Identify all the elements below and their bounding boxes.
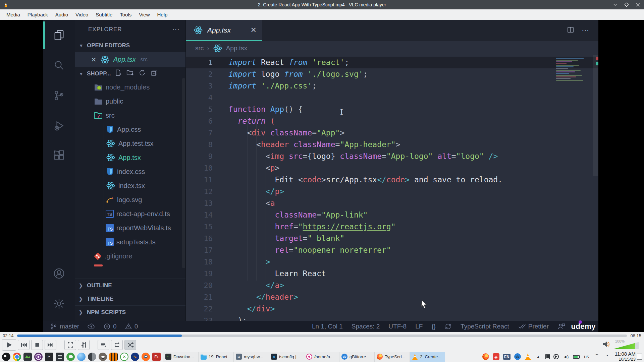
minimap[interactable] — [556, 58, 586, 80]
section-npm-scripts[interactable]: ❯NPM SCRIPTS — [75, 305, 185, 319]
launcher-blue-app-icon[interactable] — [77, 353, 86, 361]
launcher-cat-app-icon[interactable] — [109, 353, 118, 361]
tray-wifi-icon[interactable]: ⌒ — [594, 353, 600, 360]
status--[interactable]: {} — [431, 323, 436, 330]
menu-view[interactable]: View — [135, 10, 153, 19]
launcher-x-app-icon[interactable] — [120, 353, 128, 361]
menu-audio[interactable]: Audio — [52, 10, 72, 19]
tree-item-public[interactable]: public — [75, 94, 185, 108]
menu-help[interactable]: Help — [154, 10, 171, 19]
tray-firefox-icon[interactable] — [482, 353, 489, 360]
new-file-icon[interactable] — [114, 69, 122, 78]
menu-media[interactable]: Media — [3, 10, 24, 19]
tree-item--gitignore[interactable]: .gitignore — [75, 249, 185, 263]
previous-button[interactable] — [18, 340, 30, 350]
launcher-green-app-icon[interactable] — [66, 353, 75, 361]
task-mysql-w-[interactable]: mysql-w... — [234, 352, 269, 362]
close-icon[interactable]: ✕ — [91, 56, 97, 64]
tree-item-app-css[interactable]: App.css — [75, 122, 185, 136]
volume-slider[interactable] — [613, 342, 639, 349]
open-editors-section[interactable]: ▼ OPEN EDITORS — [75, 39, 185, 52]
launcher-opensuse-icon[interactable] — [2, 353, 10, 361]
section-outline[interactable]: ❯OUTLINE — [75, 279, 185, 292]
fullscreen-button[interactable] — [64, 340, 76, 350]
seek-bar[interactable] — [17, 335, 627, 337]
stop-button[interactable] — [31, 340, 43, 350]
tray-keyboard-layout-en[interactable]: EN — [503, 354, 511, 360]
tray-qbittorrent-icon[interactable] — [514, 353, 521, 360]
project-section-header[interactable]: ▼ SHOPP... — [75, 67, 185, 80]
status-lf[interactable]: LF — [415, 323, 423, 330]
activitybar-settings[interactable] — [43, 289, 75, 319]
tray-cone-outline-icon[interactable]: ▲ — [535, 353, 542, 360]
tree-item-setuptests-ts[interactable]: TSsetupTests.ts — [75, 235, 185, 249]
status-spaces-2[interactable]: Spaces: 2 — [352, 323, 380, 330]
status-sync[interactable] — [444, 323, 452, 330]
tree-item-react-app-env-d-ts[interactable]: TSreact-app-env.d.ts — [75, 207, 185, 221]
launcher-blender-icon[interactable] — [142, 353, 150, 361]
status-0[interactable]: 0 — [125, 323, 138, 330]
tab-app-tsx[interactable]: App.tsx ✕ — [186, 20, 262, 41]
task-downloa-[interactable]: Downloa... — [163, 352, 199, 362]
open-editor-item[interactable]: ✕ App.tsx src — [75, 52, 185, 67]
refresh-icon[interactable] — [139, 69, 146, 78]
video-frame[interactable]: EXPLORER ⋯ ▼ OPEN EDITORS ✕ App.tsx src … — [0, 20, 644, 332]
tray-vlc-icon[interactable] — [525, 353, 531, 360]
show-desktop-button[interactable] — [637, 354, 642, 360]
launcher-gimp-icon[interactable] — [99, 353, 107, 361]
status-master[interactable]: master — [50, 323, 79, 330]
task-19-react-[interactable]: 19. React... — [199, 352, 234, 362]
code-editor[interactable]: 1import React from 'react';2import logo … — [186, 55, 598, 321]
activitybar-account[interactable] — [43, 258, 75, 289]
tray-battery-icon[interactable] — [573, 355, 580, 359]
split-editor-icon[interactable] — [567, 26, 574, 35]
tab-close-icon[interactable]: ✕ — [251, 26, 257, 35]
launcher-screenshot-tool-icon[interactable] — [45, 353, 53, 361]
activitybar-explorer[interactable] — [43, 20, 75, 50]
tray-volume-icon[interactable]: ◄) — [562, 353, 569, 360]
tree-item-index-tsx[interactable]: index.tsx — [75, 179, 185, 193]
task-qbittorre-[interactable]: qBittorre... — [339, 352, 375, 362]
tree-item-node-modules[interactable]: node_modules — [75, 80, 185, 94]
tree-item-app-tsx[interactable]: App.tsx — [75, 150, 185, 165]
minimize-button[interactable] — [612, 2, 618, 7]
adjustments-button[interactable] — [78, 340, 90, 350]
shuffle-button[interactable] — [124, 340, 136, 350]
tray-keyboard-layout-us[interactable]: us — [583, 353, 590, 360]
loop-button[interactable] — [111, 340, 123, 350]
section-timeline[interactable]: ❯TIMELINE — [75, 292, 185, 305]
tree-item-reportwebvitals-ts[interactable]: TSreportWebVitals.ts — [75, 221, 185, 235]
tree-item-logo-svg[interactable]: logo.svg — [75, 193, 185, 207]
close-button[interactable] — [635, 2, 641, 7]
launcher-audacity-icon[interactable] — [131, 353, 139, 361]
status-ln-1-col-1[interactable]: Ln 1, Col 1 — [312, 323, 343, 330]
activitybar-extensions[interactable] — [43, 141, 75, 171]
activitybar-source-control[interactable] — [43, 80, 75, 111]
task-2-create-[interactable]: 2. Create... — [410, 352, 445, 362]
status-cloud-up[interactable] — [87, 322, 95, 330]
tray-media-player-icon[interactable] — [553, 354, 559, 359]
editor-more-icon[interactable]: ⋯ — [582, 26, 590, 35]
tree-item-app-test-tsx[interactable]: App.test.tsx — [75, 136, 185, 150]
playlist-button[interactable] — [98, 340, 109, 350]
play-button[interactable] — [2, 339, 16, 351]
sidebar-scrollbar[interactable] — [182, 78, 185, 268]
editor-scrollbar[interactable] — [593, 55, 598, 176]
taskbar-clock[interactable]: 11:08 AM 10/15/23 — [615, 351, 636, 362]
launcher-tor-browser-icon[interactable] — [34, 353, 43, 361]
task--home-a-[interactable]: /home/a... — [304, 352, 339, 362]
launcher-swirl-app-icon[interactable] — [88, 353, 96, 361]
breadcrumb[interactable]: src › App.tsx — [186, 41, 598, 55]
status-0[interactable]: 0 — [103, 323, 117, 330]
tree-item-index-css[interactable]: index.css — [75, 165, 185, 179]
task-tsconfig-j-[interactable]: tsconfig.j... — [269, 352, 304, 362]
launcher-filezilla-icon[interactable] — [152, 353, 161, 361]
new-folder-icon[interactable] — [126, 69, 134, 78]
status-typescript-react[interactable]: TypeScript React — [461, 323, 509, 330]
next-button[interactable] — [45, 340, 56, 350]
menu-subtitle[interactable]: Subtitle — [92, 10, 116, 19]
tray-tray-expand-icon[interactable]: ⌃ — [604, 353, 611, 360]
activitybar-search[interactable] — [43, 50, 75, 80]
status-prettier[interactable]: Prettier — [518, 322, 549, 330]
status-feedback[interactable] — [557, 322, 566, 330]
